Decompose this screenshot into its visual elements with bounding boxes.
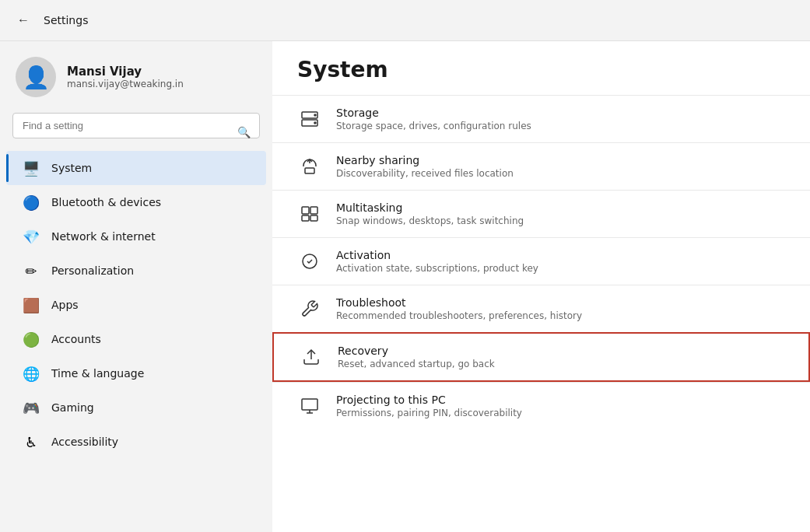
setting-item-recovery[interactable]: RecoveryReset, advanced startup, go back — [272, 332, 810, 382]
title-bar: ← Settings — [0, 0, 810, 41]
setting-item-nearby-sharing[interactable]: Nearby sharingDiscoverability, received … — [272, 142, 810, 190]
troubleshoot-desc: Recommended troubleshooters, preferences… — [336, 310, 582, 321]
sidebar-item-label-network: Network & internet — [51, 230, 156, 243]
sidebar-item-gaming[interactable]: 🎮Gaming — [6, 390, 266, 425]
sidebar-item-label-bluetooth: Bluetooth & devices — [51, 196, 161, 208]
sidebar-item-label-system: System — [51, 162, 92, 174]
nearby-sharing-text: Nearby sharingDiscoverability, received … — [336, 154, 514, 179]
svg-point-2 — [314, 114, 316, 116]
system-icon: 🖥️ — [22, 159, 40, 177]
accessibility-icon: ♿ — [22, 432, 40, 451]
setting-item-activation[interactable]: ActivationActivation state, subscription… — [272, 237, 810, 285]
storage-icon — [297, 107, 322, 131]
page-title: System — [297, 57, 785, 82]
troubleshoot-text: TroubleshootRecommended troubleshooters,… — [336, 296, 582, 321]
nav-list: 🖥️System🔵Bluetooth & devices💎Network & i… — [0, 151, 272, 459]
nearby-sharing-desc: Discoverability, received files location — [336, 168, 514, 179]
setting-item-storage[interactable]: StorageStorage space, drives, configurat… — [272, 95, 810, 142]
svg-rect-5 — [302, 207, 309, 214]
sidebar-item-bluetooth[interactable]: 🔵Bluetooth & devices — [6, 185, 266, 219]
apps-icon: 🟫 — [22, 296, 40, 314]
sidebar-item-accessibility[interactable]: ♿Accessibility — [6, 425, 266, 459]
main-layout: 👤 Mansi Vijay mansi.vijay@tweaking.in 🔍 … — [0, 41, 810, 532]
sidebar-item-system[interactable]: 🖥️System — [6, 151, 266, 185]
activation-name: Activation — [336, 249, 538, 261]
storage-desc: Storage space, drives, configuration rul… — [336, 121, 531, 131]
recovery-text: RecoveryReset, advanced startup, go back — [338, 345, 495, 369]
content-header: System — [272, 41, 810, 95]
projecting-text: Projecting to this PCPermissions, pairin… — [336, 394, 522, 418]
accounts-icon: 🟢 — [22, 330, 40, 348]
svg-rect-7 — [302, 215, 309, 221]
gaming-icon: 🎮 — [22, 398, 40, 417]
nearby-sharing-name: Nearby sharing — [336, 154, 514, 166]
multitasking-text: MultitaskingSnap windows, desktops, task… — [336, 201, 524, 226]
sidebar: 👤 Mansi Vijay mansi.vijay@tweaking.in 🔍 … — [0, 41, 272, 532]
recovery-icon — [299, 345, 324, 369]
sidebar-item-label-accounts: Accounts — [51, 333, 101, 345]
window-title: Settings — [44, 14, 88, 26]
activation-icon — [297, 249, 322, 274]
sidebar-item-label-apps: Apps — [51, 299, 79, 311]
multitasking-name: Multitasking — [336, 201, 524, 214]
sidebar-item-apps[interactable]: 🟫Apps — [6, 288, 266, 322]
user-info: Mansi Vijay mansi.vijay@tweaking.in — [67, 65, 184, 89]
back-button[interactable]: ← — [12, 9, 34, 31]
user-email: mansi.vijay@tweaking.in — [67, 79, 184, 89]
setting-item-projecting[interactable]: Projecting to this PCPermissions, pairin… — [272, 382, 810, 429]
recovery-name: Recovery — [338, 345, 495, 357]
sidebar-item-personalization[interactable]: ✏️Personalization — [6, 254, 266, 288]
projecting-icon — [297, 394, 322, 418]
activation-text: ActivationActivation state, subscription… — [336, 249, 538, 274]
bluetooth-icon: 🔵 — [22, 193, 40, 212]
svg-rect-6 — [310, 207, 317, 214]
content-area: System StorageStorage space, drives, con… — [272, 41, 810, 532]
nearby-sharing-icon — [297, 154, 322, 179]
sidebar-item-time[interactable]: 🌐Time & language — [6, 356, 266, 390]
sidebar-item-label-gaming: Gaming — [51, 401, 94, 414]
svg-rect-11 — [302, 399, 317, 410]
user-profile[interactable]: 👤 Mansi Vijay mansi.vijay@tweaking.in — [0, 51, 272, 113]
personalization-icon: ✏️ — [22, 261, 40, 280]
user-name: Mansi Vijay — [67, 65, 184, 79]
setting-item-troubleshoot[interactable]: TroubleshootRecommended troubleshooters,… — [272, 285, 810, 332]
network-icon: 💎 — [22, 227, 40, 246]
time-icon: 🌐 — [22, 364, 40, 383]
troubleshoot-icon — [297, 296, 322, 321]
search-container: 🔍 — [0, 113, 272, 151]
sidebar-item-label-personalization: Personalization — [51, 264, 134, 277]
sidebar-item-label-accessibility: Accessibility — [51, 436, 118, 448]
troubleshoot-name: Troubleshoot — [336, 296, 582, 309]
projecting-desc: Permissions, pairing PIN, discoverabilit… — [336, 408, 522, 418]
avatar-icon: 👤 — [23, 65, 50, 90]
settings-list: StorageStorage space, drives, configurat… — [272, 95, 810, 429]
avatar: 👤 — [16, 57, 56, 97]
setting-item-multitasking[interactable]: MultitaskingSnap windows, desktops, task… — [272, 190, 810, 237]
svg-rect-8 — [310, 215, 317, 221]
projecting-name: Projecting to this PC — [336, 394, 522, 406]
search-input[interactable] — [12, 113, 260, 138]
storage-text: StorageStorage space, drives, configurat… — [336, 107, 531, 131]
multitasking-icon — [297, 201, 322, 226]
svg-rect-4 — [305, 168, 314, 173]
sidebar-item-network[interactable]: 💎Network & internet — [6, 219, 266, 254]
svg-point-3 — [314, 122, 316, 124]
multitasking-desc: Snap windows, desktops, task switching — [336, 215, 524, 226]
recovery-desc: Reset, advanced startup, go back — [338, 359, 495, 369]
sidebar-item-label-time: Time & language — [51, 367, 144, 380]
storage-name: Storage — [336, 107, 531, 119]
activation-desc: Activation state, subscriptions, product… — [336, 263, 538, 274]
sidebar-item-accounts[interactable]: 🟢Accounts — [6, 322, 266, 356]
